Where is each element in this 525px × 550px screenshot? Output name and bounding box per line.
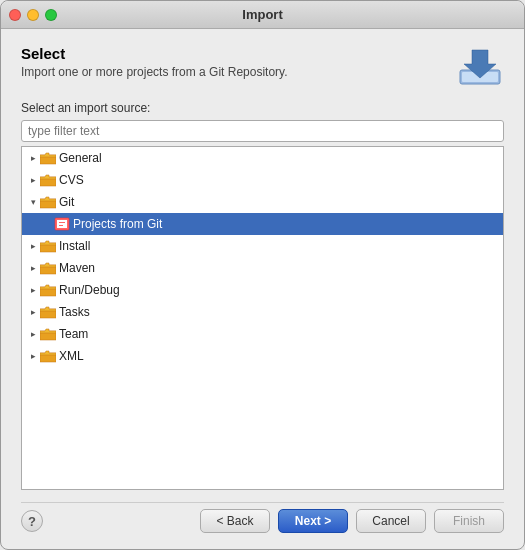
- buttons-right: < Back Next > Cancel Finish: [200, 509, 504, 533]
- tree-item-team[interactable]: Team: [22, 323, 503, 345]
- item-label-general: General: [59, 151, 102, 165]
- tree-item-tasks[interactable]: Tasks: [22, 301, 503, 323]
- tree-view: General CVS Git: [21, 146, 504, 490]
- item-label-run-debug: Run/Debug: [59, 283, 120, 297]
- window-title: Import: [242, 7, 282, 22]
- main-content: Select Import one or more projects from …: [1, 29, 524, 549]
- header-text: Select Import one or more projects from …: [21, 45, 288, 79]
- item-label-git: Git: [59, 195, 74, 209]
- folder-icon-xml: [40, 349, 56, 363]
- item-label-install: Install: [59, 239, 90, 253]
- tree-item-cvs[interactable]: CVS: [22, 169, 503, 191]
- toggle-cvs: [26, 173, 40, 187]
- toggle-install: [26, 239, 40, 253]
- tree-item-xml[interactable]: XML: [22, 345, 503, 367]
- next-button[interactable]: Next >: [278, 509, 348, 533]
- folder-icon-install: [40, 239, 56, 253]
- maximize-button[interactable]: [45, 9, 57, 21]
- folder-icon-tasks: [40, 305, 56, 319]
- toggle-general: [26, 151, 40, 165]
- tree-item-run-debug[interactable]: Run/Debug: [22, 279, 503, 301]
- toggle-team: [26, 327, 40, 341]
- folder-icon-git: [40, 195, 56, 209]
- toggle-git: [26, 195, 40, 209]
- import-icon: [456, 45, 504, 87]
- folder-icon-cvs: [40, 173, 56, 187]
- item-label-projects-from-git: Projects from Git: [73, 217, 162, 231]
- tree-item-git[interactable]: Git: [22, 191, 503, 213]
- item-label-team: Team: [59, 327, 88, 341]
- titlebar: Import: [1, 1, 524, 29]
- tree-item-general[interactable]: General: [22, 147, 503, 169]
- folder-icon-run-debug: [40, 283, 56, 297]
- filter-input[interactable]: [21, 120, 504, 142]
- folder-icon-general: [40, 151, 56, 165]
- folder-icon-team: [40, 327, 56, 341]
- tree-item-install[interactable]: Install: [22, 235, 503, 257]
- traffic-lights: [9, 9, 57, 21]
- header: Select Import one or more projects from …: [21, 45, 504, 87]
- window: Import Select Import one or more project…: [0, 0, 525, 550]
- help-button[interactable]: ?: [21, 510, 43, 532]
- back-button[interactable]: < Back: [200, 509, 270, 533]
- cancel-button[interactable]: Cancel: [356, 509, 426, 533]
- svg-rect-4: [57, 220, 67, 228]
- item-label-xml: XML: [59, 349, 84, 363]
- item-label-tasks: Tasks: [59, 305, 90, 319]
- svg-rect-5: [59, 222, 65, 224]
- svg-rect-6: [59, 225, 63, 227]
- close-button[interactable]: [9, 9, 21, 21]
- tree-item-projects-from-git[interactable]: Projects from Git: [22, 213, 503, 235]
- toggle-xml: [26, 349, 40, 363]
- item-label-maven: Maven: [59, 261, 95, 275]
- folder-icon-maven: [40, 261, 56, 275]
- toggle-maven: [26, 261, 40, 275]
- button-bar: ? < Back Next > Cancel Finish: [21, 502, 504, 537]
- import-icon-svg: [458, 46, 502, 86]
- finish-button[interactable]: Finish: [434, 509, 504, 533]
- tree-item-maven[interactable]: Maven: [22, 257, 503, 279]
- git-item-icon: [54, 217, 70, 231]
- item-label-cvs: CVS: [59, 173, 84, 187]
- minimize-button[interactable]: [27, 9, 39, 21]
- page-title: Select: [21, 45, 288, 62]
- page-subtitle: Import one or more projects from a Git R…: [21, 65, 288, 79]
- filter-label: Select an import source:: [21, 101, 504, 115]
- toggle-run-debug: [26, 283, 40, 297]
- toggle-tasks: [26, 305, 40, 319]
